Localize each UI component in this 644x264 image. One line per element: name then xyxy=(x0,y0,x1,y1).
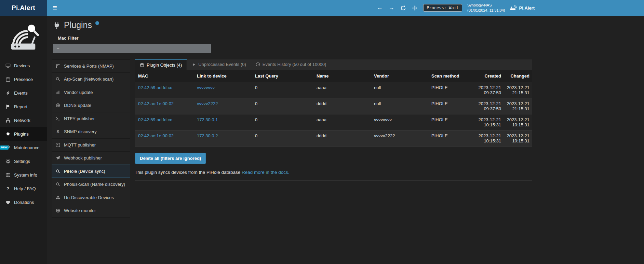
host-name: Synology-NAS xyxy=(467,3,505,8)
sidebar-item-system-info[interactable]: System info xyxy=(0,168,47,182)
hamburger-menu-icon[interactable]: ≡ xyxy=(47,0,63,16)
sidebar-item-donations[interactable]: Donations xyxy=(0,195,47,209)
brand-label: Pi.Alert xyxy=(519,5,535,11)
plugin-panel: Plugin Objects (4) Unprocessed Events (0… xyxy=(135,59,532,218)
plugin-nav-item-ntfy[interactable]: NTFY publisher xyxy=(52,112,130,126)
plugin-objects-table: MAC Link to device Last Query Name Vendo… xyxy=(135,70,532,147)
tab-events-history[interactable]: Events History (50 out of 10000) xyxy=(251,59,331,70)
monitor-icon xyxy=(5,63,11,68)
created-cell: 2023-12-21 10:15:31 xyxy=(475,114,504,130)
app-logo[interactable]: Pi.Alert xyxy=(0,0,47,16)
plugin-nav-item-vendor-update[interactable]: Vendor update xyxy=(52,86,130,99)
new-badge: NEW xyxy=(0,145,9,150)
last-query-cell: 0 xyxy=(252,130,313,146)
created-cell: 2023-12-21 09:37:50 xyxy=(475,82,504,98)
sidebar-item-label: Presence xyxy=(14,77,33,82)
mac-filter-input[interactable] xyxy=(53,44,211,53)
mac-link[interactable]: 02:42:59:ad:fd:cc xyxy=(138,117,172,122)
refresh-icon[interactable] xyxy=(400,5,406,11)
changed-cell: 2023-12-21 21:15:31 xyxy=(504,98,532,114)
nav-back-icon[interactable]: ← xyxy=(377,5,383,11)
sidebar-item-label: Help / FAQ xyxy=(14,186,36,191)
plugin-nav-item-pihole[interactable]: PiHole (Device sync) xyxy=(52,165,130,178)
search-icon xyxy=(55,169,61,173)
panel-divider xyxy=(135,180,532,181)
delete-all-button[interactable]: Delete all (filters are ignored) xyxy=(135,153,206,164)
plugin-nav-label: Arp-Scan (Network scan) xyxy=(64,77,113,82)
tab-plugin-objects[interactable]: Plugin Objects (4) xyxy=(135,59,187,70)
sidebar-item-network[interactable]: Network xyxy=(0,113,47,127)
sidebar-item-presence[interactable]: Presence xyxy=(0,72,47,86)
mac-link[interactable]: 02:42:ac:1e:00:02 xyxy=(138,133,174,138)
last-query-cell: 0 xyxy=(252,98,313,114)
sidebar-item-maintenance[interactable]: NEW Maintenance xyxy=(0,141,47,154)
mac-link[interactable]: 02:42:ac:1e:00:02 xyxy=(138,101,174,106)
page-title-row: Plugins xyxy=(53,20,644,30)
sidebar-item-label: Report xyxy=(14,104,27,109)
pialert-logo-art xyxy=(0,16,47,59)
sidebar-item-settings[interactable]: Settings xyxy=(0,154,47,168)
sidebar-item-help-faq[interactable]: ? Help / FAQ xyxy=(0,182,47,195)
sidebar: Devices Presence Events Report Network P… xyxy=(0,16,47,264)
nav-forward-icon[interactable]: → xyxy=(388,5,395,11)
tab-label: Events History (50 out of 10000) xyxy=(263,62,326,67)
column-header: Name xyxy=(313,70,371,82)
name-cell: dddd xyxy=(313,98,371,114)
device-link[interactable]: 172.30.0.2 xyxy=(197,133,218,138)
move-icon[interactable] xyxy=(412,5,418,11)
search-icon xyxy=(55,77,61,81)
plugin-nav-label: Website monitor xyxy=(64,208,96,213)
table-row: 02:42:ac:1e:00:02 vvvvv2222 0 dddd null … xyxy=(135,98,532,114)
column-header: Vendor xyxy=(371,70,428,82)
plugin-nav-label: SNMP discovery xyxy=(64,129,97,134)
plugin-nav-item-arp-scan[interactable]: Arp-Scan (Network scan) xyxy=(52,73,130,86)
info-badge[interactable] xyxy=(95,21,99,25)
plugin-nav-item-nmap[interactable]: Services & Ports (NMAP) xyxy=(52,60,130,73)
heart-icon xyxy=(5,200,11,205)
docs-link[interactable]: Read more in the docs. xyxy=(242,170,290,175)
sidebar-item-label: Network xyxy=(14,118,30,123)
router-signal-icon xyxy=(510,5,517,11)
name-cell: aaaa xyxy=(313,114,371,130)
sidebar-item-label: Donations xyxy=(14,200,34,205)
sidebar-item-events[interactable]: Events xyxy=(0,86,47,100)
chart-bars-icon xyxy=(55,90,61,95)
tab-unprocessed-events[interactable]: Unprocessed Events (0) xyxy=(187,59,251,70)
device-link[interactable]: 172.30.0.1 xyxy=(197,117,218,122)
plugin-nav-label: Vendor update xyxy=(64,90,93,95)
globe-icon xyxy=(5,172,11,178)
host-info: Synology-NAS (01/01/2024, 11:31:04) xyxy=(467,3,505,13)
sidebar-item-report[interactable]: Report xyxy=(0,100,47,113)
plugin-nav-item-pholus[interactable]: Pholus-Scan (Name discovery) xyxy=(52,178,130,191)
binoculars-icon xyxy=(55,195,61,200)
mac-filter-label: Mac Filter xyxy=(58,36,644,41)
brand[interactable]: Pi.Alert xyxy=(510,5,535,11)
plugin-nav-item-website-monitor[interactable]: Website monitor xyxy=(52,204,130,218)
device-link[interactable]: vvvvvvvv xyxy=(197,85,215,90)
column-header: Last Query xyxy=(252,70,313,82)
plugin-nav-label: Services & Ports (NMAP) xyxy=(64,64,114,69)
plugin-nav-item-snmp[interactable]: S SNMP discovery xyxy=(52,125,130,139)
sidebar-item-label: Maintenance xyxy=(14,145,39,150)
host-time: (01/01/2024, 11:31:04) xyxy=(467,8,505,13)
last-query-cell: 0 xyxy=(252,114,313,130)
sidebar-item-devices[interactable]: Devices xyxy=(0,59,47,72)
changed-cell: 2023-12-21 10:15:31 xyxy=(504,130,532,146)
plugin-nav-item-webhook[interactable]: Webhook publisher xyxy=(52,152,130,165)
mac-link[interactable]: 02:42:59:ad:fd:cc xyxy=(138,85,172,90)
table-row: 02:42:ac:1e:00:02 172.30.0.2 0 dddd vvvv… xyxy=(135,130,532,146)
plugin-nav-item-undiscoverable[interactable]: Un-Discoverable Devices xyxy=(52,191,130,205)
plugin-nav-item-ddns-update[interactable]: DDNS update xyxy=(52,99,130,112)
plugin-description: This plugin syncs devices from the PiHol… xyxy=(135,170,532,175)
plugin-nav-item-mqtt[interactable]: MQTT publisher xyxy=(52,139,130,152)
device-link[interactable]: vvvvv2222 xyxy=(197,101,218,106)
sidebar-item-plugins[interactable]: Plugins xyxy=(0,127,47,141)
created-cell: 2023-12-21 10:15:31 xyxy=(475,130,504,146)
scan-method-cell: PIHOLE xyxy=(428,82,475,98)
sidebar-item-label: Plugins xyxy=(14,131,29,137)
bolt-icon xyxy=(192,62,196,67)
bolt-icon xyxy=(5,91,11,96)
sidebar-item-label: Devices xyxy=(14,63,30,68)
column-header: Scan method xyxy=(428,70,475,82)
plugin-nav-label: Webhook publisher xyxy=(64,155,102,161)
